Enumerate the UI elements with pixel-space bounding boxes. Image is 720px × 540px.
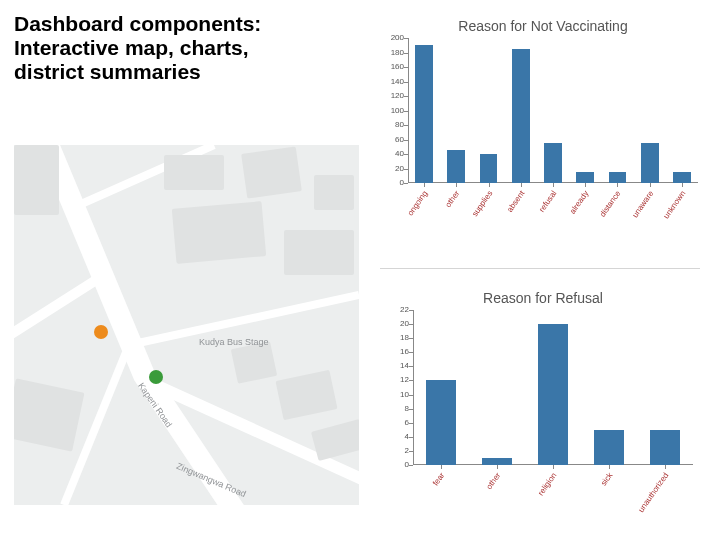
x-label: ongoing (406, 189, 430, 217)
bar-fear (426, 380, 457, 465)
bar-other (482, 458, 513, 465)
x-label: refusal (537, 189, 558, 214)
chart-divider (380, 268, 700, 269)
x-label: unaware (630, 189, 655, 219)
title-line-3: district summaries (14, 60, 201, 83)
bar-unknown (673, 172, 691, 183)
y-tick: 0 (380, 178, 404, 187)
y-tick: 8 (385, 404, 409, 413)
x-label: other (444, 189, 462, 209)
bar-sick (594, 430, 625, 465)
chart-not-vaccinating: Reason for Not Vaccinating 0204060801001… (378, 18, 708, 223)
chart-title-1: Reason for Not Vaccinating (378, 18, 708, 34)
y-tick: 200 (380, 33, 404, 42)
y-tick: 12 (385, 375, 409, 384)
x-label: sick (599, 471, 614, 487)
x-label: absent (505, 189, 526, 214)
x-label: other (485, 471, 503, 491)
y-tick: 100 (380, 106, 404, 115)
y-tick: 16 (385, 347, 409, 356)
bar-absent (512, 49, 530, 183)
x-label: already (568, 189, 590, 216)
x-label: distance (598, 189, 622, 219)
interactive-map[interactable]: Kudya Bus Stage Kapeni Road Zingwangwa R… (14, 145, 359, 505)
x-label: supplies (470, 189, 494, 218)
bar-already (576, 172, 594, 183)
x-label: religion (536, 471, 558, 497)
map-marker-orange[interactable] (94, 325, 108, 339)
chart-refusal: Reason for Refusal 0246810121416182022fe… (378, 290, 708, 520)
y-tick: 180 (380, 48, 404, 57)
y-tick: 2 (385, 446, 409, 455)
map-label-bus-stage: Kudya Bus Stage (199, 337, 269, 347)
y-tick: 22 (385, 305, 409, 314)
title-line-2: Interactive map, charts, (14, 36, 249, 59)
y-tick: 0 (385, 460, 409, 469)
bar-distance (609, 172, 627, 183)
bar-unauthorized (650, 430, 681, 465)
y-tick: 6 (385, 418, 409, 427)
y-tick: 60 (380, 135, 404, 144)
map-marker-green[interactable] (149, 370, 163, 384)
road-network (14, 145, 359, 505)
y-tick: 140 (380, 77, 404, 86)
y-tick: 4 (385, 432, 409, 441)
x-label: unauthorized (636, 471, 670, 514)
y-tick: 18 (385, 333, 409, 342)
page-title: Dashboard components: Interactive map, c… (14, 12, 314, 84)
bar-refusal (544, 143, 562, 183)
y-tick: 160 (380, 62, 404, 71)
y-tick: 20 (380, 164, 404, 173)
y-tick: 120 (380, 91, 404, 100)
y-tick: 40 (380, 149, 404, 158)
bar-supplies (480, 154, 498, 183)
x-label: unknown (662, 189, 688, 220)
bar-ongoing (415, 45, 433, 183)
y-tick: 14 (385, 361, 409, 370)
x-label: fear (431, 471, 446, 487)
y-tick: 10 (385, 390, 409, 399)
bar-unaware (641, 143, 659, 183)
chart-title-2: Reason for Refusal (378, 290, 708, 306)
bar-religion (538, 324, 569, 465)
y-tick: 20 (385, 319, 409, 328)
title-line-1: Dashboard components: (14, 12, 261, 35)
y-tick: 80 (380, 120, 404, 129)
bar-other (447, 150, 465, 183)
